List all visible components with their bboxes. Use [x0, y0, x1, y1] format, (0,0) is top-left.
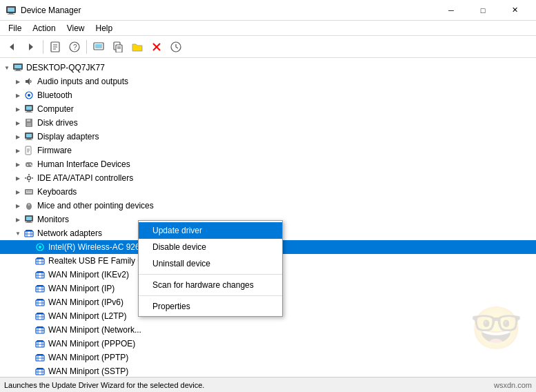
menu-action[interactable]: Action — [27, 22, 61, 35]
menu-file[interactable]: File — [3, 22, 27, 35]
status-right: wsxdn.com — [494, 381, 532, 389]
svg-rect-57 — [26, 193, 28, 194]
svg-point-27 — [28, 94, 30, 97]
svg-rect-34 — [27, 119, 30, 121]
device-icon — [23, 90, 34, 101]
svg-marker-5 — [29, 43, 33, 50]
tree-item[interactable]: ▶Keyboards — [0, 185, 536, 199]
window-controls: ─ □ ✕ — [435, 0, 530, 21]
svg-rect-29 — [26, 106, 32, 110]
context-menu-item[interactable]: Disable device — [139, 239, 282, 255]
minimize-button[interactable]: ─ — [435, 0, 467, 21]
svg-rect-2 — [9, 13, 13, 14]
help-button[interactable]: ? — [66, 39, 83, 55]
svg-point-52 — [32, 177, 33, 179]
tree-item[interactable]: ▶Display adapters — [0, 130, 536, 144]
svg-rect-24 — [14, 70, 21, 71]
main-content: ▼ DESKTOP-QQ7JK77 ▶Audio inputs and outp… — [0, 58, 536, 377]
device-icon — [23, 200, 34, 211]
device-icon — [23, 214, 34, 225]
context-menu-item[interactable]: Update driver — [139, 222, 282, 239]
context-menu-item[interactable]: Scan for hardware changes — [139, 277, 282, 293]
close-button[interactable]: ✕ — [499, 0, 530, 21]
expand-button[interactable]: ▼ — [12, 228, 23, 239]
device-icon — [34, 352, 46, 363]
device-icon — [23, 76, 34, 87]
svg-text:?: ? — [73, 43, 77, 51]
expand-button[interactable]: ▶ — [12, 173, 23, 184]
svg-rect-33 — [27, 123, 31, 126]
svg-rect-54 — [26, 190, 28, 192]
tree-item[interactable]: WAN Miniport (SSTP) — [0, 364, 536, 377]
device-icon — [34, 283, 46, 294]
device-icon — [34, 269, 46, 280]
svg-rect-56 — [30, 190, 32, 192]
tree-item[interactable]: ▶Human Interface Devices — [0, 157, 536, 171]
context-menu-item[interactable]: Uninstall device — [139, 255, 282, 272]
expand-button[interactable]: ▶ — [12, 186, 23, 197]
svg-point-51 — [25, 177, 26, 179]
menu-help[interactable]: Help — [90, 22, 119, 35]
back-button[interactable] — [3, 39, 21, 55]
device-label: Intel(R) Wireless-AC 9260 — [48, 242, 144, 252]
expand-button[interactable]: ▶ — [12, 214, 23, 225]
device-label: Display adapters — [37, 132, 99, 141]
computer-icon — [12, 62, 23, 73]
device-icon — [34, 255, 46, 266]
expand-button[interactable]: ▶ — [12, 131, 23, 142]
expand-button[interactable]: ▶ — [12, 200, 23, 211]
device-icon — [23, 145, 34, 156]
tree-item[interactable]: ▶Computer — [0, 102, 536, 116]
svg-marker-4 — [10, 43, 14, 50]
tree-root[interactable]: ▼ DESKTOP-QQ7JK77 — [0, 61, 536, 75]
folder-button[interactable] — [128, 39, 146, 55]
tree-item[interactable]: ▶Disk drives — [0, 116, 536, 130]
device-icon — [23, 228, 34, 239]
svg-rect-31 — [26, 112, 32, 112]
expand-button[interactable]: ▶ — [12, 145, 23, 156]
menu-view[interactable]: View — [61, 22, 90, 35]
tree-item[interactable]: WAN Miniport (PPTP) — [0, 351, 536, 364]
device-icon — [34, 338, 46, 349]
svg-rect-58 — [28, 193, 30, 194]
properties-button[interactable] — [46, 39, 64, 55]
toolbar-sep-1 — [43, 40, 43, 54]
expand-button[interactable]: ▶ — [12, 117, 23, 128]
device-label: Firmware — [37, 146, 72, 155]
app-icon — [6, 5, 17, 16]
tree-item[interactable]: ▶Bluetooth — [0, 88, 536, 102]
tree-item[interactable]: ▶Firmware — [0, 144, 536, 157]
expand-root[interactable]: ▼ — [1, 62, 12, 73]
tree-item[interactable]: ▶Mice and other pointing devices — [0, 199, 536, 213]
menu-bar: File Action View Help — [0, 21, 536, 36]
tree-item[interactable]: ▶Audio inputs and outputs — [0, 75, 536, 88]
svg-rect-30 — [27, 111, 31, 112]
expand-button[interactable]: ▶ — [12, 76, 23, 87]
svg-rect-64 — [27, 222, 31, 222]
svg-marker-25 — [26, 78, 30, 85]
maximize-button[interactable]: □ — [467, 0, 499, 21]
device-label: WAN Miniport (L2TP) — [48, 311, 127, 321]
scan-button[interactable] — [90, 39, 108, 55]
forward-button[interactable] — [22, 39, 40, 55]
svg-point-49 — [28, 174, 30, 175]
tree-item[interactable]: WAN Miniport (PPPOE) — [0, 337, 536, 351]
tree-item[interactable]: WAN Miniport (Network... — [0, 323, 536, 337]
device-icon — [34, 324, 46, 335]
update-button[interactable] — [167, 39, 185, 55]
context-menu-item[interactable]: Properties — [139, 298, 282, 315]
expand-button[interactable]: ▶ — [12, 159, 23, 170]
expand-button[interactable]: ▶ — [12, 104, 23, 115]
device-icon — [34, 366, 46, 377]
expand-button[interactable]: ▶ — [12, 90, 23, 101]
delete-button[interactable] — [148, 39, 166, 55]
device-label: WAN Miniport (PPTP) — [48, 353, 128, 362]
driver-button[interactable] — [109, 39, 127, 55]
svg-rect-55 — [28, 190, 30, 192]
context-menu-separator — [139, 295, 282, 296]
device-icon — [34, 242, 46, 253]
tree-item[interactable]: ▶IDE ATA/ATAPI controllers — [0, 171, 536, 185]
svg-rect-59 — [30, 193, 32, 194]
svg-rect-36 — [26, 134, 32, 137]
device-icon — [34, 311, 46, 322]
